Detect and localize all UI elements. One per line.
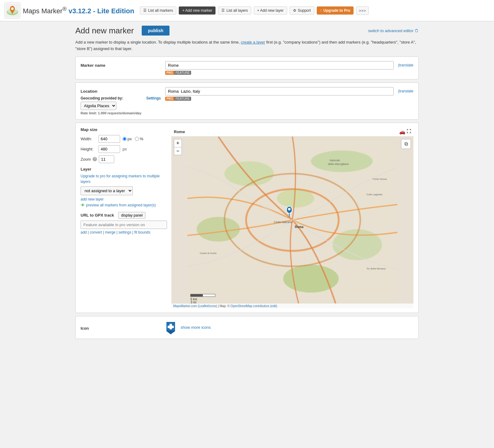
layers-stack-icon: ⧉ xyxy=(404,141,408,147)
eye-icon: 👁 xyxy=(81,203,85,208)
geocoding-settings-link[interactable]: Settings xyxy=(146,96,161,100)
marker-name-input[interactable] xyxy=(165,61,394,70)
svg-text:Naturale: Naturale xyxy=(329,159,340,162)
list-icon: ☰ xyxy=(143,8,147,13)
page-title-row: Add new marker publish switch to advance… xyxy=(75,26,419,36)
icon-card: Icon show more icons xyxy=(75,316,419,339)
map-svg: 5 km 3 mi Naturale della Marcigliana Civ… xyxy=(171,137,413,303)
svg-point-5 xyxy=(224,161,274,186)
rate-limit: Rate limit: 1.000 requests/domain/day xyxy=(81,111,161,115)
svg-point-13 xyxy=(288,208,291,210)
marker-name-card: Marker name (translate PRO FEATURE xyxy=(75,57,419,79)
location-pro-badge: PRO FEATURE xyxy=(165,97,191,101)
map-attribution: MapsMarker.com (Leaflet/icons) | Map: © … xyxy=(171,303,413,308)
app-logo xyxy=(4,2,20,19)
translate-location-link[interactable]: (translate xyxy=(398,89,413,93)
width-row: Width: px % xyxy=(81,135,167,143)
layers-icon: ☰ xyxy=(221,8,225,13)
info-text: Add a new marker to display a single loc… xyxy=(75,39,419,52)
main-content: Add new marker publish switch to advance… xyxy=(71,21,423,346)
gpx-convert-link[interactable]: convert xyxy=(90,230,102,235)
svg-point-6 xyxy=(311,150,373,172)
map-layers-button[interactable]: ⧉ xyxy=(401,139,411,149)
px-radio[interactable] xyxy=(123,137,127,141)
geocoder-select[interactable]: Algolia Places xyxy=(81,102,116,110)
svg-point-8 xyxy=(197,217,240,242)
publish-button[interactable]: publish xyxy=(142,26,170,36)
svg-text:Castel di Guido: Castel di Guido xyxy=(200,252,217,255)
svg-point-3 xyxy=(11,7,14,10)
percent-radio[interactable] xyxy=(135,137,139,141)
show-icons-link[interactable]: show more icons xyxy=(181,325,211,330)
add-marker-button[interactable]: + Add new marker xyxy=(179,6,216,15)
svg-text:Roma: Roma xyxy=(295,225,304,229)
svg-text:3 mi: 3 mi xyxy=(190,301,196,303)
location-label: Location Geocoding provided by: Settings… xyxy=(81,87,161,115)
zoom-out-button[interactable]: − xyxy=(174,147,182,155)
map-title-bar: Rome 🚗 ⛶ xyxy=(171,127,413,137)
marker-name-label: Marker name xyxy=(81,61,161,68)
fullscreen-icon[interactable]: ⛶ xyxy=(407,129,411,135)
zoom-help-icon[interactable]: ? xyxy=(93,157,97,161)
location-control: (translate PRO FEATURE xyxy=(165,87,413,101)
gpx-add-link[interactable]: add xyxy=(81,230,87,235)
gpx-section: URL to GPX track display panel add | con… xyxy=(81,212,167,235)
geocoding-row: Geocoding provided by: Settings xyxy=(81,96,161,100)
icon-svg xyxy=(165,321,176,334)
icon-label: Icon xyxy=(81,324,161,331)
svg-text:Colle Laghetto: Colle Laghetto xyxy=(366,193,383,196)
map-size-label: Map size xyxy=(81,127,167,132)
display-panel-button[interactable]: display panel xyxy=(118,212,145,219)
more-button[interactable]: >>> xyxy=(356,6,369,15)
mapsmarker-link[interactable]: MapsMarker.com (Leaflet/icons) xyxy=(173,304,217,308)
app-title: Maps Marker® v3.12.2 - Lite Edition xyxy=(23,6,134,15)
zoom-controls: + − xyxy=(174,139,182,155)
car-icon[interactable]: 🚗 xyxy=(399,129,405,135)
layer-select[interactable]: not assigned to a layer xyxy=(81,186,133,195)
height-input[interactable] xyxy=(98,145,120,153)
gpx-merge-link[interactable]: merge xyxy=(105,230,115,235)
osm-link[interactable]: OpenStreetMap contributors (edit) xyxy=(231,304,277,308)
location-input[interactable] xyxy=(165,87,394,95)
map-title-buttons: 🚗 ⛶ xyxy=(399,129,411,135)
preview-layer-link[interactable]: 👁 preview all markers from assigned laye… xyxy=(81,203,167,208)
location-card: Location Geocoding provided by: Settings… xyxy=(75,82,419,120)
list-layers-button[interactable]: ☰ List all layers xyxy=(218,6,251,15)
gpx-actions: add | convert | merge | settings | fit b… xyxy=(81,230,167,235)
map-viewport[interactable]: 5 km 3 mi Naturale della Marcigliana Civ… xyxy=(171,137,413,303)
create-layer-link[interactable]: create a layer xyxy=(241,40,265,44)
svg-text:Tor Bella Monaca: Tor Bella Monaca xyxy=(366,267,386,270)
layer-dropdown-wrap: not assigned to a layer xyxy=(81,186,167,195)
svg-rect-28 xyxy=(168,326,174,328)
title-left: Add new marker publish xyxy=(75,26,170,36)
icon-row: Icon show more icons xyxy=(81,321,413,334)
translate-marker-link[interactable]: (translate xyxy=(398,63,413,67)
map-layout: Map size Width: px % xyxy=(81,127,413,308)
zoom-in-button[interactable]: + xyxy=(174,139,182,147)
width-input[interactable] xyxy=(98,135,120,143)
svg-text:della Marcigliana: della Marcigliana xyxy=(328,163,349,166)
upgrade-pro-link[interactable]: Upgrade to pro for assigning markers to … xyxy=(81,173,167,184)
marker-name-control: (translate PRO FEATURE xyxy=(165,61,413,75)
percent-label[interactable]: % xyxy=(135,137,144,141)
map-card: Map size Width: px % xyxy=(75,123,419,313)
unit-radio-group: px % xyxy=(123,137,143,141)
support-button[interactable]: ⚙ Support xyxy=(290,6,314,15)
gpx-input[interactable] xyxy=(81,221,167,229)
advanced-editor-link[interactable]: switch to advanced editor 🗒 xyxy=(368,28,419,33)
icon-preview xyxy=(165,321,176,334)
header: Maps Marker® v3.12.2 - Lite Edition ☰ Li… xyxy=(0,0,494,21)
add-layer-link[interactable]: add new layer xyxy=(81,197,167,201)
upgrade-button[interactable]: ↑ Upgrade to Pro xyxy=(317,6,354,15)
add-layer-button[interactable]: + Add new layer xyxy=(254,6,287,15)
svg-text:Fonte Nuova: Fonte Nuova xyxy=(373,178,387,180)
marker-name-row: Marker name (translate PRO FEATURE xyxy=(81,61,413,75)
support-icon: ⚙ xyxy=(293,8,296,13)
zoom-input[interactable] xyxy=(99,155,114,163)
icon-control: show more icons xyxy=(165,321,211,334)
gpx-settings-link[interactable]: settings xyxy=(119,230,131,235)
gpx-fit-bounds-link[interactable]: fit bounds xyxy=(134,230,150,235)
list-markers-button[interactable]: ☰ List all markers xyxy=(140,6,177,15)
px-label[interactable]: px xyxy=(123,137,132,141)
map-display: Rome 🚗 ⛶ xyxy=(171,127,413,308)
